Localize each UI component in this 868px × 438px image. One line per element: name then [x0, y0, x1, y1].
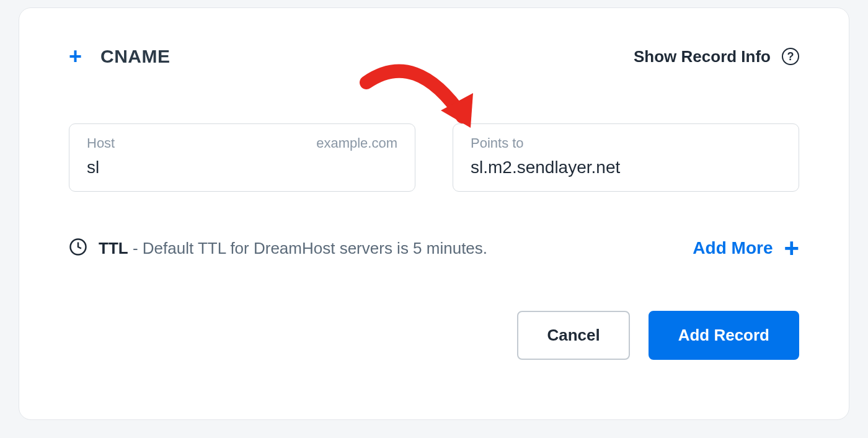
header-row: + CNAME Show Record Info ?	[69, 45, 799, 68]
add-record-button[interactable]: Add Record	[649, 311, 799, 360]
fields-row: Host example.com Points to	[69, 123, 799, 192]
points-to-field-box[interactable]: Points to	[453, 123, 799, 192]
show-record-info-label: Show Record Info	[634, 47, 771, 66]
button-row: Cancel Add Record	[69, 311, 799, 360]
ttl-bold-label: TTL	[99, 239, 128, 257]
host-input[interactable]	[87, 158, 397, 177]
title-group: + CNAME	[69, 45, 170, 68]
host-field-suffix: example.com	[316, 135, 397, 151]
ttl-text: TTL - Default TTL for DreamHost servers …	[99, 239, 487, 258]
add-more-label: Add More	[693, 238, 773, 258]
show-record-info-link[interactable]: Show Record Info ?	[634, 47, 799, 66]
cancel-button[interactable]: Cancel	[517, 311, 629, 360]
help-icon[interactable]: ?	[782, 48, 799, 65]
record-type-title: CNAME	[100, 46, 170, 67]
points-to-input[interactable]	[471, 158, 781, 177]
dns-record-card: + CNAME Show Record Info ? Host example.…	[19, 7, 849, 420]
ttl-info: TTL - Default TTL for DreamHost servers …	[69, 238, 487, 259]
points-to-field-label: Points to	[471, 135, 781, 151]
ttl-description: - Default TTL for DreamHost servers is 5…	[128, 239, 487, 257]
add-more-plus-icon: +	[784, 235, 799, 261]
ttl-row: TTL - Default TTL for DreamHost servers …	[69, 235, 799, 261]
plus-icon: +	[69, 45, 82, 68]
clock-icon	[69, 238, 87, 259]
host-field-box[interactable]: Host example.com	[69, 123, 415, 192]
add-more-button[interactable]: Add More +	[693, 235, 799, 261]
